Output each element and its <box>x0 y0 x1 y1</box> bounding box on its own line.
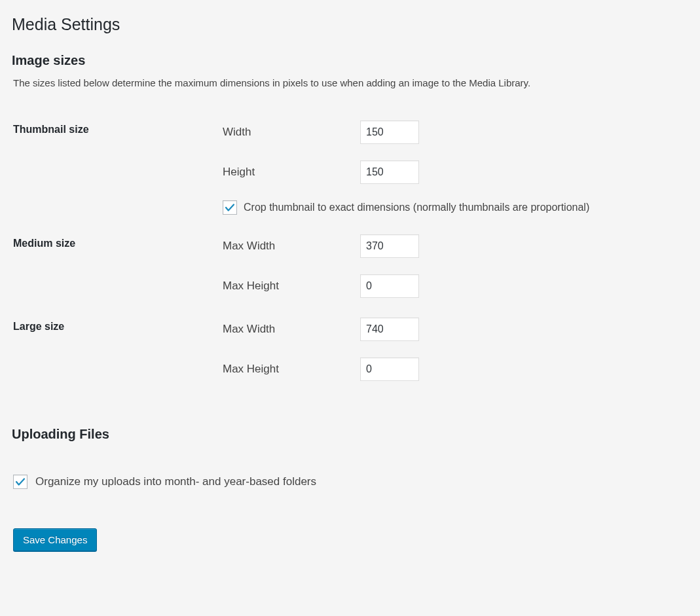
thumbnail-size-row: Thumbnail size Width Height Crop <box>13 111 687 225</box>
large-size-row: Large size Max Width Max Height <box>13 308 687 391</box>
organize-uploads-label[interactable]: Organize my uploads into month- and year… <box>35 475 316 488</box>
checkmark-icon <box>14 476 26 488</box>
checkmark-icon <box>224 202 236 213</box>
large-max-height-input[interactable] <box>360 357 419 381</box>
medium-max-height-label: Max Height <box>223 280 360 293</box>
thumbnail-size-row-label: Thumbnail size <box>13 111 216 225</box>
organize-uploads-checkbox[interactable] <box>13 475 28 489</box>
medium-size-row-label: Medium size <box>13 225 216 308</box>
thumbnail-crop-label[interactable]: Crop thumbnail to exact dimensions (norm… <box>244 202 589 213</box>
image-sizes-heading: Image sizes <box>12 53 687 68</box>
uploading-files-heading: Uploading Files <box>12 427 687 442</box>
large-max-width-label: Max Width <box>223 323 360 336</box>
large-max-width-input[interactable] <box>360 317 419 341</box>
medium-max-width-label: Max Width <box>223 240 360 253</box>
thumbnail-crop-checkbox[interactable] <box>223 200 237 215</box>
large-max-height-label: Max Height <box>223 363 360 376</box>
image-sizes-table: Thumbnail size Width Height Crop <box>13 111 687 391</box>
thumbnail-width-input[interactable] <box>360 120 419 144</box>
medium-max-width-input[interactable] <box>360 234 419 258</box>
page-title: Media Settings <box>12 9 687 37</box>
thumbnail-height-label: Height <box>223 166 360 179</box>
thumbnail-height-input[interactable] <box>360 160 419 184</box>
thumbnail-width-label: Width <box>223 126 360 139</box>
large-size-row-label: Large size <box>13 308 216 391</box>
image-sizes-description: The sizes listed below determine the max… <box>13 76 687 91</box>
medium-size-row: Medium size Max Width Max Height <box>13 225 687 308</box>
save-button[interactable]: Save Changes <box>13 528 97 551</box>
medium-max-height-input[interactable] <box>360 274 419 298</box>
